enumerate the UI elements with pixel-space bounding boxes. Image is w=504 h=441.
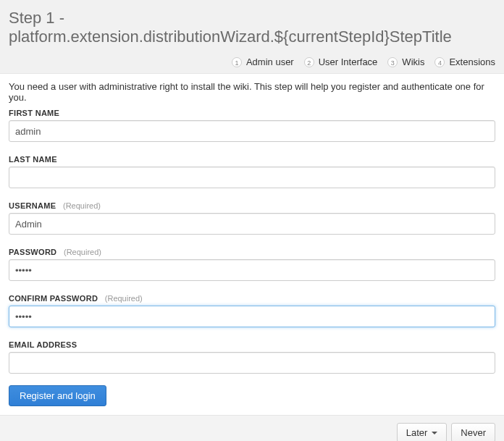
first-name-input[interactable] bbox=[9, 120, 495, 142]
confirm-password-required: (Required) bbox=[105, 294, 143, 303]
password-label: PASSWORD bbox=[9, 248, 56, 256]
field-email: EMAIL ADDRESS bbox=[9, 339, 495, 374]
password-required: (Required) bbox=[64, 248, 101, 256]
field-first-name: FIRST NAME bbox=[9, 107, 495, 142]
confirm-password-label: CONFIRM PASSWORD bbox=[9, 294, 98, 303]
email-input[interactable] bbox=[9, 352, 495, 374]
username-label: USERNAME bbox=[9, 201, 56, 210]
step-user-interface[interactable]: 2 User Interface bbox=[304, 56, 378, 67]
intro-text: You need a user with administrative righ… bbox=[9, 81, 495, 103]
confirm-password-input[interactable] bbox=[9, 306, 495, 327]
step-number-icon: 3 bbox=[387, 57, 398, 67]
wizard-title: Step 1 - platform.extension.distribution… bbox=[9, 6, 495, 56]
step-number-icon: 2 bbox=[304, 57, 314, 67]
field-username: USERNAME (Required) bbox=[9, 200, 495, 235]
wizard-steps: 1 Admin user 2 User Interface 3 Wikis 4 … bbox=[9, 56, 495, 73]
step-label: Admin user bbox=[246, 56, 294, 67]
last-name-input[interactable] bbox=[9, 167, 495, 188]
field-confirm-password: CONFIRM PASSWORD (Required) bbox=[9, 293, 495, 327]
first-name-label: FIRST NAME bbox=[9, 109, 59, 117]
later-label: Later bbox=[406, 427, 428, 438]
step-admin-user[interactable]: 1 Admin user bbox=[232, 56, 294, 67]
never-button[interactable]: Never bbox=[451, 423, 495, 441]
caret-down-icon bbox=[432, 432, 437, 434]
email-label: EMAIL ADDRESS bbox=[9, 340, 77, 349]
step-extensions[interactable]: 4 Extensions bbox=[434, 56, 495, 67]
register-login-button[interactable]: Register and login bbox=[9, 385, 106, 406]
step-label: Wikis bbox=[402, 56, 424, 67]
step-label: Extensions bbox=[449, 56, 495, 67]
field-password: PASSWORD (Required) bbox=[9, 246, 495, 281]
field-last-name: LAST NAME bbox=[9, 154, 495, 188]
last-name-label: LAST NAME bbox=[9, 155, 57, 164]
step-number-icon: 4 bbox=[434, 57, 445, 67]
wizard-content: You need a user with administrative righ… bbox=[0, 74, 504, 415]
wizard-footer: Later Never bbox=[0, 415, 504, 441]
username-required: (Required) bbox=[63, 201, 101, 210]
wizard-header: Step 1 - platform.extension.distribution… bbox=[0, 0, 504, 74]
step-number-icon: 1 bbox=[232, 57, 242, 67]
step-wikis[interactable]: 3 Wikis bbox=[387, 56, 424, 67]
password-input[interactable] bbox=[9, 259, 495, 281]
username-input[interactable] bbox=[9, 213, 495, 235]
step-label: User Interface bbox=[319, 56, 378, 67]
later-button[interactable]: Later bbox=[397, 423, 448, 441]
